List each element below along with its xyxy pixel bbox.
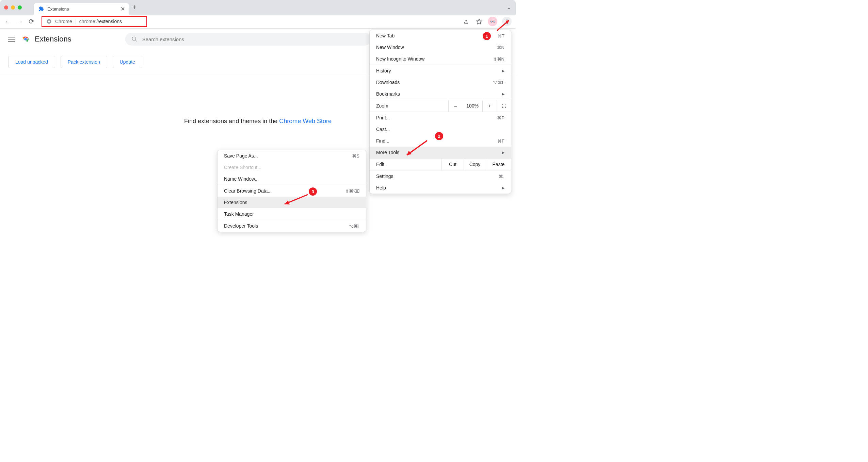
address-bar[interactable]: Chrome chrome://extensions <box>42 16 147 27</box>
cut-button[interactable]: Cut <box>441 158 464 170</box>
search-icon <box>131 36 138 42</box>
chrome-logo-icon <box>21 35 30 44</box>
back-button[interactable]: ← <box>4 17 12 26</box>
more-tools-submenu: Save Page As...⌘SCreate Shortcut...Name … <box>217 150 366 232</box>
svg-point-1 <box>48 20 50 22</box>
annotation-2: 2 <box>435 132 443 140</box>
window-controls <box>4 5 22 10</box>
close-tab-button[interactable]: ✕ <box>120 6 125 12</box>
update-button[interactable]: Update <box>113 56 142 68</box>
tab-title: Extensions <box>47 6 117 12</box>
menu-item-print[interactable]: Print...⌘P <box>370 112 511 123</box>
menu-item-create-shortcut: Create Shortcut... <box>218 162 366 173</box>
zoom-controls: Zoom – 100% + <box>370 100 511 112</box>
edit-controls: Edit Cut Copy Paste <box>370 158 511 170</box>
extension-icon <box>38 6 44 12</box>
maximize-window-button[interactable] <box>18 5 22 10</box>
omnibox-url: chrome://extensions <box>79 19 122 24</box>
menu-item-settings[interactable]: Settings⌘, <box>370 170 511 182</box>
annotation-3: 3 <box>309 187 317 196</box>
omnibox-origin: Chrome <box>55 19 72 24</box>
menu-icon[interactable] <box>8 37 15 42</box>
bookmark-button[interactable] <box>475 17 483 26</box>
minimize-window-button[interactable] <box>11 5 15 10</box>
tab-overflow-button[interactable]: ⌄ <box>507 4 511 11</box>
zoom-label: Zoom <box>370 103 448 109</box>
search-input[interactable] <box>142 36 365 42</box>
close-window-button[interactable] <box>4 5 8 10</box>
titlebar: Extensions ✕ + ⌄ <box>0 0 516 15</box>
forward-button[interactable]: → <box>16 17 24 26</box>
paste-button[interactable]: Paste <box>486 158 511 170</box>
omnibox-divider <box>76 19 76 24</box>
browser-tab[interactable]: Extensions ✕ <box>34 3 129 15</box>
menu-item-bookmarks[interactable]: Bookmarks▶ <box>370 88 511 100</box>
menu-item-history[interactable]: History▶ <box>370 65 511 77</box>
new-tab-button[interactable]: + <box>132 3 136 11</box>
svg-point-5 <box>132 37 136 40</box>
annotation-arrow-3 <box>281 193 310 207</box>
chrome-icon <box>46 19 52 24</box>
svg-point-3 <box>25 38 27 40</box>
menu-item-new-incognito-window[interactable]: New Incognito Window⇧⌘N <box>370 53 511 65</box>
page-title: Extensions <box>35 35 71 44</box>
menu-item-name-window[interactable]: Name Window... <box>218 173 366 185</box>
chrome-main-menu: New Tab⌘TNew Window⌘NNew Incognito Windo… <box>369 30 511 194</box>
menu-item-new-window[interactable]: New Window⌘N <box>370 42 511 53</box>
browser-toolbar: ← → ⟳ Chrome chrome://extensions 👓 <box>0 15 516 29</box>
annotation-arrow-2 <box>403 139 431 158</box>
annotation-1: 1 <box>483 32 491 40</box>
menu-item-help[interactable]: Help▶ <box>370 182 511 194</box>
menu-item-developer-tools[interactable]: Developer Tools⌥⌘I <box>218 220 366 232</box>
menu-item-more-tools[interactable]: More Tools▶ <box>370 147 511 158</box>
share-button[interactable] <box>462 17 470 26</box>
menu-item-task-manager[interactable]: Task Manager <box>218 208 366 220</box>
search-extensions[interactable] <box>125 33 371 46</box>
chrome-web-store-link[interactable]: Chrome Web Store <box>279 118 332 125</box>
reload-button[interactable]: ⟳ <box>27 17 35 26</box>
annotation-arrow-1 <box>495 19 512 32</box>
load-unpacked-button[interactable]: Load unpacked <box>8 56 55 68</box>
pack-extension-button[interactable]: Pack extension <box>61 56 107 68</box>
edit-label: Edit <box>370 162 441 167</box>
menu-item-downloads[interactable]: Downloads⌥⌘L <box>370 77 511 88</box>
copy-button[interactable]: Copy <box>464 158 486 170</box>
zoom-out-button[interactable]: – <box>448 100 463 112</box>
menu-item-save-page-as[interactable]: Save Page As...⌘S <box>218 150 366 162</box>
fullscreen-button[interactable] <box>497 100 511 112</box>
zoom-in-button[interactable]: + <box>482 100 497 112</box>
zoom-level: 100% <box>463 100 482 112</box>
